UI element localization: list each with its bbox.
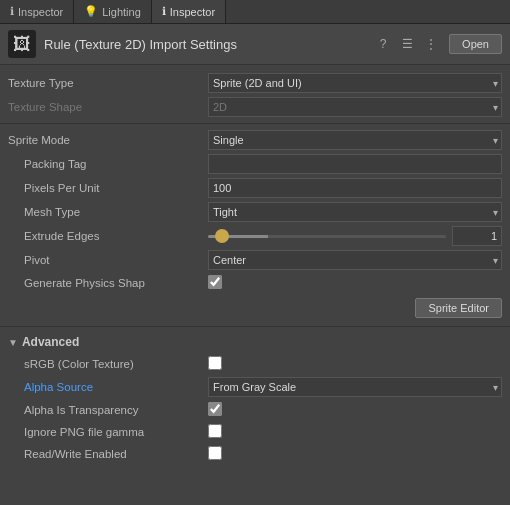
lighting-icon: 💡: [84, 5, 98, 18]
extrude-edges-label: Extrude Edges: [8, 230, 208, 242]
tab-lighting-label: Lighting: [102, 6, 141, 18]
pixels-per-unit-input[interactable]: [208, 178, 502, 198]
extrude-edges-slider[interactable]: [208, 235, 446, 238]
inspector2-icon: ℹ: [162, 5, 166, 18]
packing-tag-label: Packing Tag: [8, 158, 208, 170]
pivot-value: Center Top Left Top Top Right Left Right…: [208, 250, 502, 270]
texture-type-dropdown-wrap: Sprite (2D and UI): [208, 73, 502, 93]
generate-physics-checkbox[interactable]: [208, 275, 222, 289]
srgb-label: sRGB (Color Texture): [8, 358, 208, 370]
pivot-dropdown[interactable]: Center Top Left Top Top Right Left Right…: [208, 250, 502, 270]
pivot-dropdown-wrap: Center Top Left Top Top Right Left Right…: [208, 250, 502, 270]
mesh-type-label: Mesh Type: [8, 206, 208, 218]
texture-shape-dropdown-wrap: 2D: [208, 97, 502, 117]
advanced-section-header[interactable]: ▼ Advanced: [0, 331, 510, 353]
generate-physics-label: Generate Physics Shap: [8, 277, 208, 289]
texture-shape-value: 2D: [208, 97, 502, 117]
ignore-png-row: Ignore PNG file gamma: [0, 421, 510, 443]
alpha-transparency-checkbox[interactable]: [208, 402, 222, 416]
pixels-per-unit-label: Pixels Per Unit: [8, 182, 208, 194]
alpha-source-row: Alpha Source None Input Texture Alpha Fr…: [0, 375, 510, 399]
texture-shape-row: Texture Shape 2D: [0, 95, 510, 119]
inspector1-icon: ℹ: [10, 5, 14, 18]
alpha-source-dropdown[interactable]: None Input Texture Alpha From Gray Scale: [208, 377, 502, 397]
sprite-mode-dropdown[interactable]: Single: [208, 130, 502, 150]
sprite-mode-value: Single: [208, 130, 502, 150]
sprite-mode-label: Sprite Mode: [8, 134, 208, 146]
tab-inspector1-label: Inspector: [18, 6, 63, 18]
alpha-source-label[interactable]: Alpha Source: [8, 381, 208, 393]
alpha-transparency-label: Alpha Is Transparency: [8, 404, 208, 416]
open-button[interactable]: Open: [449, 34, 502, 54]
mesh-type-value: Tight Full Rect: [208, 202, 502, 222]
read-write-label: Read/Write Enabled: [8, 448, 208, 460]
pivot-label: Pivot: [8, 254, 208, 266]
header-icons: ? ☰ ⋮: [373, 34, 441, 54]
pivot-row: Pivot Center Top Left Top Top Right Left…: [0, 248, 510, 272]
advanced-label: Advanced: [22, 335, 79, 349]
settings-icon[interactable]: ☰: [397, 34, 417, 54]
help-icon[interactable]: ?: [373, 34, 393, 54]
pixels-per-unit-row: Pixels Per Unit: [0, 176, 510, 200]
mesh-type-row: Mesh Type Tight Full Rect: [0, 200, 510, 224]
advanced-triangle-icon: ▼: [8, 337, 18, 348]
sprite-mode-dropdown-wrap: Single: [208, 130, 502, 150]
packing-tag-row: Packing Tag: [0, 152, 510, 176]
alpha-transparency-row: Alpha Is Transparency: [0, 399, 510, 421]
sprite-editor-wrap: Sprite Editor: [0, 294, 510, 322]
generate-physics-row: Generate Physics Shap: [0, 272, 510, 294]
sprite-mode-row: Sprite Mode Single: [0, 128, 510, 152]
read-write-value: [208, 446, 502, 463]
read-write-checkbox[interactable]: [208, 446, 222, 460]
srgb-value: [208, 356, 502, 373]
tab-inspector2-label: Inspector: [170, 6, 215, 18]
tab-inspector2[interactable]: ℹ Inspector: [152, 0, 226, 23]
packing-tag-value: [208, 154, 502, 174]
extrude-edges-row: Extrude Edges: [0, 224, 510, 248]
panel-header: 🖼 Rule (Texture 2D) Import Settings ? ☰ …: [0, 24, 510, 65]
panel-title: Rule (Texture 2D) Import Settings: [44, 37, 365, 52]
mesh-type-dropdown-wrap: Tight Full Rect: [208, 202, 502, 222]
pixels-per-unit-value: [208, 178, 502, 198]
read-write-row: Read/Write Enabled: [0, 443, 510, 465]
alpha-source-dropdown-wrap: None Input Texture Alpha From Gray Scale: [208, 377, 502, 397]
texture-shape-label: Texture Shape: [8, 101, 208, 113]
mesh-type-dropdown[interactable]: Tight Full Rect: [208, 202, 502, 222]
ignore-png-label: Ignore PNG file gamma: [8, 426, 208, 438]
texture-type-dropdown[interactable]: Sprite (2D and UI): [208, 73, 502, 93]
extrude-edges-value: [208, 226, 502, 246]
sprite-editor-button[interactable]: Sprite Editor: [415, 298, 502, 318]
tab-bar: ℹ Inspector 💡 Lighting ℹ Inspector: [0, 0, 510, 24]
alpha-transparency-value: [208, 402, 502, 419]
packing-tag-input[interactable]: [208, 154, 502, 174]
inspector-panel: 🖼 Rule (Texture 2D) Import Settings ? ☰ …: [0, 24, 510, 505]
texture-type-value: Sprite (2D and UI): [208, 73, 502, 93]
menu-icon[interactable]: ⋮: [421, 34, 441, 54]
texture-type-label: Texture Type: [8, 77, 208, 89]
extrude-edges-number[interactable]: [452, 226, 502, 246]
texture-shape-dropdown[interactable]: 2D: [208, 97, 502, 117]
tab-lighting[interactable]: 💡 Lighting: [74, 0, 152, 23]
texture-type-row: Texture Type Sprite (2D and UI): [0, 71, 510, 95]
main-section: Texture Type Sprite (2D and UI) Texture …: [0, 65, 510, 471]
asset-icon: 🖼: [8, 30, 36, 58]
extrude-edges-slider-wrap: [208, 226, 502, 246]
srgb-row: sRGB (Color Texture): [0, 353, 510, 375]
alpha-source-value: None Input Texture Alpha From Gray Scale: [208, 377, 502, 397]
ignore-png-value: [208, 424, 502, 441]
srgb-checkbox[interactable]: [208, 356, 222, 370]
generate-physics-value: [208, 275, 502, 292]
tab-inspector1[interactable]: ℹ Inspector: [0, 0, 74, 23]
ignore-png-checkbox[interactable]: [208, 424, 222, 438]
